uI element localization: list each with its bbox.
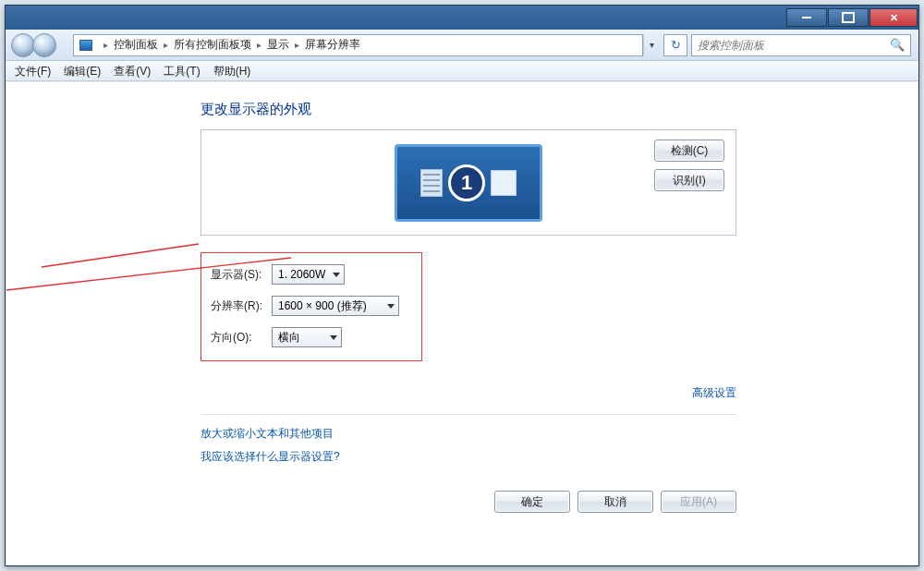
address-bar[interactable]: ▸ 控制面板 ▸ 所有控制面板项 ▸ 显示 ▸ 屏幕分辨率 [73, 34, 643, 56]
search-icon: 🔍 [890, 38, 905, 52]
identify-button[interactable]: 识别(I) [654, 169, 724, 191]
menu-bar: 文件(F) 编辑(E) 查看(V) 工具(T) 帮助(H) [6, 61, 918, 81]
chevron-down-icon [330, 335, 337, 340]
monitor-preview-frame: 1 检测(C) 识别(I) [201, 129, 736, 236]
menu-tools[interactable]: 工具(T) [164, 64, 200, 79]
display-settings-help[interactable]: 我应该选择什么显示器设置? [201, 449, 736, 465]
advanced-settings-link[interactable]: 高级设置 [692, 386, 736, 399]
display-value: 1. 2060W [278, 268, 325, 281]
cancel-button[interactable]: 取消 [578, 491, 653, 513]
address-dropdown[interactable]: ▾ [643, 34, 660, 56]
breadcrumb-1[interactable]: 控制面板 [114, 37, 158, 53]
separator [201, 414, 736, 415]
menu-edit[interactable]: 编辑(E) [64, 64, 101, 79]
search-box[interactable]: 🔍 [691, 34, 911, 56]
resolution-value: 1600 × 900 (推荐) [278, 298, 367, 314]
resolution-label: 分辨率(R): [211, 298, 272, 314]
orientation-value: 横向 [278, 330, 300, 346]
detect-button[interactable]: 检测(C) [654, 140, 724, 162]
control-panel-icon [79, 40, 92, 51]
monitor-number-badge: 1 [448, 164, 485, 201]
title-bar [6, 6, 918, 30]
forward-button[interactable] [32, 33, 56, 57]
minimize-button[interactable] [786, 8, 827, 27]
display-label: 显示器(S): [211, 267, 272, 283]
breadcrumb-3[interactable]: 显示 [267, 37, 289, 53]
close-button[interactable] [869, 8, 918, 27]
client-area: 更改显示器的外观 1 检测(C) 识别(I) 显示器(S): 1. 2060W [6, 82, 918, 565]
resolution-select[interactable]: 1600 × 900 (推荐) [272, 296, 399, 316]
preview-taskbar-icon [420, 169, 443, 197]
nav-bar: ▸ 控制面板 ▸ 所有控制面板项 ▸ 显示 ▸ 屏幕分辨率 ▾ ↻ 🔍 [6, 30, 918, 61]
display-select[interactable]: 1. 2060W [272, 264, 345, 285]
breadcrumb-2[interactable]: 所有控制面板项 [174, 37, 251, 53]
page-title: 更改显示器的外观 [201, 101, 736, 118]
settings-block: 显示器(S): 1. 2060W 分辨率(R): 1600 × 900 (推荐)… [201, 252, 422, 361]
text-size-link[interactable]: 放大或缩小文本和其他项目 [201, 426, 736, 442]
monitor-preview[interactable]: 1 [395, 144, 542, 222]
menu-view[interactable]: 查看(V) [114, 64, 151, 79]
chevron-down-icon [333, 273, 340, 277]
apply-button: 应用(A) [661, 491, 736, 513]
explorer-window: ▸ 控制面板 ▸ 所有控制面板项 ▸ 显示 ▸ 屏幕分辨率 ▾ ↻ 🔍 文件(F… [5, 5, 919, 566]
maximize-button[interactable] [828, 8, 869, 27]
breadcrumb-4[interactable]: 屏幕分辨率 [305, 37, 360, 53]
ok-button[interactable]: 确定 [494, 491, 570, 513]
chevron-down-icon [387, 304, 395, 309]
preview-window-icon [491, 170, 517, 196]
orientation-select[interactable]: 横向 [272, 327, 342, 347]
menu-file[interactable]: 文件(F) [15, 64, 51, 79]
search-input[interactable] [698, 39, 890, 52]
orientation-label: 方向(O): [211, 330, 272, 346]
refresh-button[interactable]: ↻ [663, 34, 687, 56]
menu-help[interactable]: 帮助(H) [213, 64, 251, 79]
svg-line-1 [42, 244, 199, 267]
